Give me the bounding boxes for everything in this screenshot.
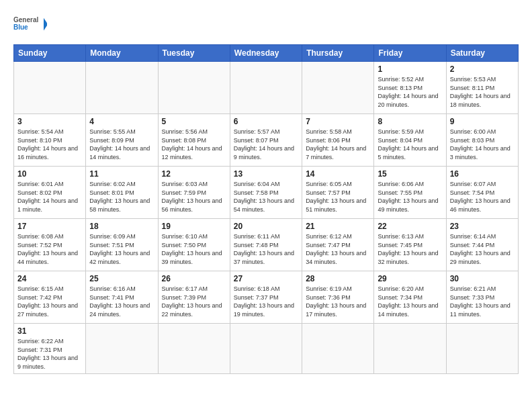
calendar-cell: 11Sunrise: 6:02 AM Sunset: 8:01 PM Dayli…: [86, 167, 158, 219]
day-info: Sunrise: 6:22 AM Sunset: 7:31 PM Dayligh…: [17, 337, 82, 371]
calendar-cell: [374, 324, 446, 374]
calendar-cell: 10Sunrise: 6:01 AM Sunset: 8:02 PM Dayli…: [14, 167, 86, 219]
day-number: 29: [378, 274, 442, 283]
day-info: Sunrise: 6:18 AM Sunset: 7:37 PM Dayligh…: [234, 285, 298, 318]
day-number: 21: [306, 222, 370, 231]
day-info: Sunrise: 6:06 AM Sunset: 7:55 PM Dayligh…: [378, 180, 442, 214]
day-info: Sunrise: 5:58 AM Sunset: 8:06 PM Dayligh…: [306, 128, 370, 161]
day-number: 25: [89, 274, 154, 283]
weekday-thursday: Thursday: [302, 45, 374, 62]
day-number: 7: [306, 117, 370, 126]
week-row-5: 24Sunrise: 6:15 AM Sunset: 7:42 PM Dayli…: [14, 271, 519, 324]
day-number: 22: [378, 222, 442, 231]
calendar-cell: [14, 62, 86, 114]
day-number: 3: [17, 117, 82, 126]
calendar-cell: 17Sunrise: 6:08 AM Sunset: 7:52 PM Dayli…: [14, 219, 86, 271]
day-info: Sunrise: 6:04 AM Sunset: 7:58 PM Dayligh…: [234, 180, 298, 214]
calendar-cell: 31Sunrise: 6:22 AM Sunset: 7:31 PM Dayli…: [14, 324, 86, 374]
day-number: 31: [17, 326, 82, 336]
day-number: 8: [378, 117, 442, 126]
calendar-cell: 16Sunrise: 6:07 AM Sunset: 7:54 PM Dayli…: [446, 167, 518, 219]
logo: General Blue: [13, 11, 47, 38]
svg-text:Blue: Blue: [13, 24, 28, 31]
day-number: 27: [234, 274, 298, 283]
header: General Blue: [13, 11, 519, 38]
calendar-cell: [158, 62, 230, 114]
calendar-cell: [158, 324, 230, 374]
weekday-sunday: Sunday: [14, 45, 86, 62]
day-number: 16: [450, 169, 515, 179]
day-info: Sunrise: 6:20 AM Sunset: 7:34 PM Dayligh…: [378, 285, 442, 318]
weekday-saturday: Saturday: [446, 45, 518, 62]
day-number: 26: [162, 274, 226, 283]
svg-text:General: General: [13, 16, 38, 24]
calendar-cell: 24Sunrise: 6:15 AM Sunset: 7:42 PM Dayli…: [14, 271, 86, 324]
calendar-cell: [230, 62, 302, 114]
calendar-cell: [230, 324, 302, 374]
calendar: SundayMondayTuesdayWednesdayThursdayFrid…: [13, 44, 519, 374]
calendar-cell: 13Sunrise: 6:04 AM Sunset: 7:58 PM Dayli…: [230, 167, 302, 219]
day-info: Sunrise: 6:00 AM Sunset: 8:03 PM Dayligh…: [450, 128, 515, 161]
day-number: 28: [306, 274, 370, 283]
calendar-cell: [446, 324, 518, 374]
day-number: 12: [162, 169, 226, 179]
calendar-cell: 28Sunrise: 6:19 AM Sunset: 7:36 PM Dayli…: [302, 271, 374, 324]
weekday-friday: Friday: [374, 45, 446, 62]
calendar-cell: [302, 324, 374, 374]
day-info: Sunrise: 6:01 AM Sunset: 8:02 PM Dayligh…: [17, 180, 82, 214]
day-number: 23: [450, 222, 515, 231]
day-info: Sunrise: 6:03 AM Sunset: 7:59 PM Dayligh…: [162, 180, 226, 214]
day-info: Sunrise: 6:17 AM Sunset: 7:39 PM Dayligh…: [162, 285, 226, 318]
day-number: 1: [378, 64, 442, 74]
day-number: 30: [450, 274, 515, 283]
day-number: 2: [450, 64, 515, 74]
calendar-cell: 12Sunrise: 6:03 AM Sunset: 7:59 PM Dayli…: [158, 167, 230, 219]
calendar-cell: 30Sunrise: 6:21 AM Sunset: 7:33 PM Dayli…: [446, 271, 518, 324]
day-number: 20: [234, 222, 298, 231]
calendar-cell: 20Sunrise: 6:11 AM Sunset: 7:48 PM Dayli…: [230, 219, 302, 271]
day-number: 5: [162, 117, 226, 126]
day-number: 24: [17, 274, 82, 283]
day-number: 17: [17, 222, 82, 231]
day-info: Sunrise: 5:57 AM Sunset: 8:07 PM Dayligh…: [234, 128, 298, 161]
day-number: 9: [450, 117, 515, 126]
day-info: Sunrise: 6:02 AM Sunset: 8:01 PM Dayligh…: [89, 180, 154, 214]
day-info: Sunrise: 6:09 AM Sunset: 7:51 PM Dayligh…: [89, 232, 154, 266]
day-number: 6: [234, 117, 298, 126]
day-info: Sunrise: 5:55 AM Sunset: 8:09 PM Dayligh…: [89, 128, 154, 161]
weekday-header-row: SundayMondayTuesdayWednesdayThursdayFrid…: [14, 45, 519, 62]
day-info: Sunrise: 5:59 AM Sunset: 8:04 PM Dayligh…: [378, 128, 442, 161]
day-info: Sunrise: 6:12 AM Sunset: 7:47 PM Dayligh…: [306, 232, 370, 266]
calendar-cell: 3Sunrise: 5:54 AM Sunset: 8:10 PM Daylig…: [14, 114, 86, 167]
day-number: 19: [162, 222, 226, 231]
logo-svg: General Blue: [13, 11, 47, 38]
week-row-1: 1Sunrise: 5:52 AM Sunset: 8:13 PM Daylig…: [14, 62, 519, 114]
calendar-cell: [86, 62, 158, 114]
calendar-cell: 23Sunrise: 6:14 AM Sunset: 7:44 PM Dayli…: [446, 219, 518, 271]
week-row-6: 31Sunrise: 6:22 AM Sunset: 7:31 PM Dayli…: [14, 324, 519, 374]
day-info: Sunrise: 5:52 AM Sunset: 8:13 PM Dayligh…: [378, 75, 442, 109]
day-info: Sunrise: 6:13 AM Sunset: 7:45 PM Dayligh…: [378, 232, 442, 266]
calendar-cell: 15Sunrise: 6:06 AM Sunset: 7:55 PM Dayli…: [374, 167, 446, 219]
calendar-cell: 14Sunrise: 6:05 AM Sunset: 7:57 PM Dayli…: [302, 167, 374, 219]
svg-marker-2: [44, 18, 47, 31]
day-info: Sunrise: 6:08 AM Sunset: 7:52 PM Dayligh…: [17, 232, 82, 266]
day-info: Sunrise: 6:15 AM Sunset: 7:42 PM Dayligh…: [17, 285, 82, 318]
day-info: Sunrise: 6:14 AM Sunset: 7:44 PM Dayligh…: [450, 232, 515, 266]
day-number: 18: [89, 222, 154, 231]
calendar-cell: 19Sunrise: 6:10 AM Sunset: 7:50 PM Dayli…: [158, 219, 230, 271]
day-number: 14: [306, 169, 370, 179]
day-info: Sunrise: 6:10 AM Sunset: 7:50 PM Dayligh…: [162, 232, 226, 266]
week-row-3: 10Sunrise: 6:01 AM Sunset: 8:02 PM Dayli…: [14, 167, 519, 219]
day-number: 11: [89, 169, 154, 179]
calendar-cell: [302, 62, 374, 114]
weekday-wednesday: Wednesday: [230, 45, 302, 62]
day-info: Sunrise: 5:54 AM Sunset: 8:10 PM Dayligh…: [17, 128, 82, 161]
calendar-cell: 1Sunrise: 5:52 AM Sunset: 8:13 PM Daylig…: [374, 62, 446, 114]
calendar-cell: [86, 324, 158, 374]
day-info: Sunrise: 6:11 AM Sunset: 7:48 PM Dayligh…: [234, 232, 298, 266]
calendar-cell: 4Sunrise: 5:55 AM Sunset: 8:09 PM Daylig…: [86, 114, 158, 167]
day-number: 10: [17, 169, 82, 179]
calendar-cell: 21Sunrise: 6:12 AM Sunset: 7:47 PM Dayli…: [302, 219, 374, 271]
day-number: 15: [378, 169, 442, 179]
